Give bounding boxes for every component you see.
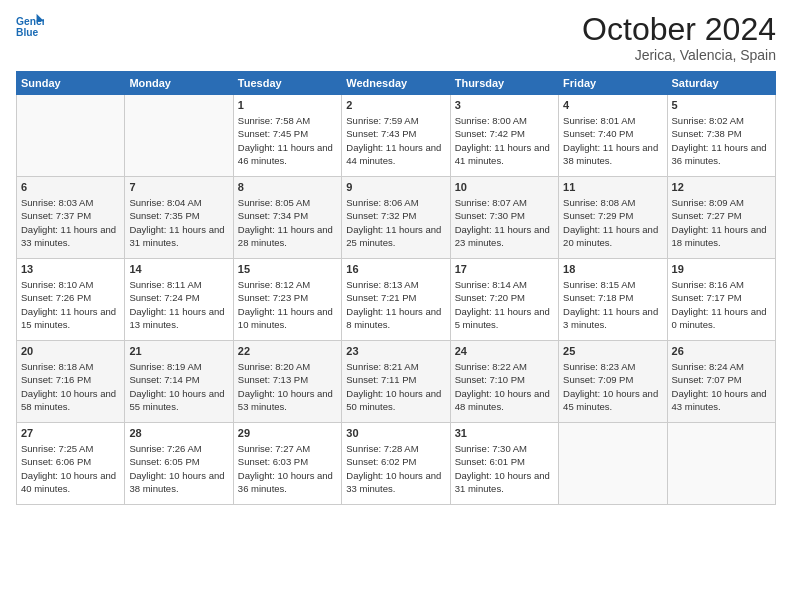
day-info: Sunrise: 8:24 AM Sunset: 7:07 PM Dayligh… [672, 360, 771, 413]
table-row: 30Sunrise: 7:28 AM Sunset: 6:02 PM Dayli… [342, 423, 450, 505]
table-row: 9Sunrise: 8:06 AM Sunset: 7:32 PM Daylig… [342, 177, 450, 259]
table-row: 17Sunrise: 8:14 AM Sunset: 7:20 PM Dayli… [450, 259, 558, 341]
col-sunday: Sunday [17, 72, 125, 95]
day-info: Sunrise: 8:11 AM Sunset: 7:24 PM Dayligh… [129, 278, 228, 331]
day-number: 4 [563, 98, 662, 113]
page: General Blue General Blue October 2024 J… [0, 0, 792, 612]
day-number: 21 [129, 344, 228, 359]
table-row: 23Sunrise: 8:21 AM Sunset: 7:11 PM Dayli… [342, 341, 450, 423]
day-number: 15 [238, 262, 337, 277]
day-info: Sunrise: 7:26 AM Sunset: 6:05 PM Dayligh… [129, 442, 228, 495]
day-info: Sunrise: 8:03 AM Sunset: 7:37 PM Dayligh… [21, 196, 120, 249]
calendar-week-row: 27Sunrise: 7:25 AM Sunset: 6:06 PM Dayli… [17, 423, 776, 505]
day-info: Sunrise: 8:05 AM Sunset: 7:34 PM Dayligh… [238, 196, 337, 249]
day-number: 28 [129, 426, 228, 441]
table-row: 18Sunrise: 8:15 AM Sunset: 7:18 PM Dayli… [559, 259, 667, 341]
day-info: Sunrise: 8:02 AM Sunset: 7:38 PM Dayligh… [672, 114, 771, 167]
day-info: Sunrise: 8:10 AM Sunset: 7:26 PM Dayligh… [21, 278, 120, 331]
day-info: Sunrise: 8:13 AM Sunset: 7:21 PM Dayligh… [346, 278, 445, 331]
col-saturday: Saturday [667, 72, 775, 95]
day-number: 23 [346, 344, 445, 359]
col-monday: Monday [125, 72, 233, 95]
day-number: 2 [346, 98, 445, 113]
day-number: 29 [238, 426, 337, 441]
table-row: 19Sunrise: 8:16 AM Sunset: 7:17 PM Dayli… [667, 259, 775, 341]
table-row: 22Sunrise: 8:20 AM Sunset: 7:13 PM Dayli… [233, 341, 341, 423]
table-row: 3Sunrise: 8:00 AM Sunset: 7:42 PM Daylig… [450, 95, 558, 177]
day-number: 5 [672, 98, 771, 113]
table-row [667, 423, 775, 505]
day-number: 17 [455, 262, 554, 277]
table-row: 31Sunrise: 7:30 AM Sunset: 6:01 PM Dayli… [450, 423, 558, 505]
day-info: Sunrise: 8:19 AM Sunset: 7:14 PM Dayligh… [129, 360, 228, 413]
day-info: Sunrise: 8:18 AM Sunset: 7:16 PM Dayligh… [21, 360, 120, 413]
day-number: 25 [563, 344, 662, 359]
table-row: 24Sunrise: 8:22 AM Sunset: 7:10 PM Dayli… [450, 341, 558, 423]
day-info: Sunrise: 7:30 AM Sunset: 6:01 PM Dayligh… [455, 442, 554, 495]
day-number: 12 [672, 180, 771, 195]
table-row: 25Sunrise: 8:23 AM Sunset: 7:09 PM Dayli… [559, 341, 667, 423]
logo: General Blue General Blue [16, 12, 44, 40]
table-row: 12Sunrise: 8:09 AM Sunset: 7:27 PM Dayli… [667, 177, 775, 259]
month-title: October 2024 [582, 12, 776, 47]
day-info: Sunrise: 7:59 AM Sunset: 7:43 PM Dayligh… [346, 114, 445, 167]
table-row: 7Sunrise: 8:04 AM Sunset: 7:35 PM Daylig… [125, 177, 233, 259]
logo-icon: General Blue [16, 12, 44, 40]
col-tuesday: Tuesday [233, 72, 341, 95]
day-info: Sunrise: 7:27 AM Sunset: 6:03 PM Dayligh… [238, 442, 337, 495]
location: Jerica, Valencia, Spain [582, 47, 776, 63]
table-row [125, 95, 233, 177]
day-info: Sunrise: 8:08 AM Sunset: 7:29 PM Dayligh… [563, 196, 662, 249]
day-number: 26 [672, 344, 771, 359]
day-info: Sunrise: 8:14 AM Sunset: 7:20 PM Dayligh… [455, 278, 554, 331]
table-row: 14Sunrise: 8:11 AM Sunset: 7:24 PM Dayli… [125, 259, 233, 341]
table-row [559, 423, 667, 505]
table-row: 16Sunrise: 8:13 AM Sunset: 7:21 PM Dayli… [342, 259, 450, 341]
col-friday: Friday [559, 72, 667, 95]
table-row: 5Sunrise: 8:02 AM Sunset: 7:38 PM Daylig… [667, 95, 775, 177]
table-row: 28Sunrise: 7:26 AM Sunset: 6:05 PM Dayli… [125, 423, 233, 505]
table-row: 29Sunrise: 7:27 AM Sunset: 6:03 PM Dayli… [233, 423, 341, 505]
day-info: Sunrise: 8:06 AM Sunset: 7:32 PM Dayligh… [346, 196, 445, 249]
table-row: 20Sunrise: 8:18 AM Sunset: 7:16 PM Dayli… [17, 341, 125, 423]
calendar-header-row: Sunday Monday Tuesday Wednesday Thursday… [17, 72, 776, 95]
day-info: Sunrise: 8:07 AM Sunset: 7:30 PM Dayligh… [455, 196, 554, 249]
day-number: 10 [455, 180, 554, 195]
day-number: 16 [346, 262, 445, 277]
table-row: 11Sunrise: 8:08 AM Sunset: 7:29 PM Dayli… [559, 177, 667, 259]
calendar-week-row: 20Sunrise: 8:18 AM Sunset: 7:16 PM Dayli… [17, 341, 776, 423]
title-block: October 2024 Jerica, Valencia, Spain [582, 12, 776, 63]
table-row: 10Sunrise: 8:07 AM Sunset: 7:30 PM Dayli… [450, 177, 558, 259]
table-row: 21Sunrise: 8:19 AM Sunset: 7:14 PM Dayli… [125, 341, 233, 423]
calendar-week-row: 6Sunrise: 8:03 AM Sunset: 7:37 PM Daylig… [17, 177, 776, 259]
day-number: 6 [21, 180, 120, 195]
day-number: 11 [563, 180, 662, 195]
day-info: Sunrise: 8:23 AM Sunset: 7:09 PM Dayligh… [563, 360, 662, 413]
calendar-week-row: 13Sunrise: 8:10 AM Sunset: 7:26 PM Dayli… [17, 259, 776, 341]
day-info: Sunrise: 8:20 AM Sunset: 7:13 PM Dayligh… [238, 360, 337, 413]
day-info: Sunrise: 8:16 AM Sunset: 7:17 PM Dayligh… [672, 278, 771, 331]
day-number: 31 [455, 426, 554, 441]
table-row: 1Sunrise: 7:58 AM Sunset: 7:45 PM Daylig… [233, 95, 341, 177]
table-row [17, 95, 125, 177]
day-info: Sunrise: 7:28 AM Sunset: 6:02 PM Dayligh… [346, 442, 445, 495]
day-number: 1 [238, 98, 337, 113]
calendar-week-row: 1Sunrise: 7:58 AM Sunset: 7:45 PM Daylig… [17, 95, 776, 177]
calendar-table: Sunday Monday Tuesday Wednesday Thursday… [16, 71, 776, 505]
col-wednesday: Wednesday [342, 72, 450, 95]
svg-text:Blue: Blue [16, 27, 39, 38]
day-info: Sunrise: 8:04 AM Sunset: 7:35 PM Dayligh… [129, 196, 228, 249]
day-number: 13 [21, 262, 120, 277]
day-number: 20 [21, 344, 120, 359]
day-number: 7 [129, 180, 228, 195]
table-row: 13Sunrise: 8:10 AM Sunset: 7:26 PM Dayli… [17, 259, 125, 341]
table-row: 27Sunrise: 7:25 AM Sunset: 6:06 PM Dayli… [17, 423, 125, 505]
table-row: 26Sunrise: 8:24 AM Sunset: 7:07 PM Dayli… [667, 341, 775, 423]
day-info: Sunrise: 8:09 AM Sunset: 7:27 PM Dayligh… [672, 196, 771, 249]
table-row: 6Sunrise: 8:03 AM Sunset: 7:37 PM Daylig… [17, 177, 125, 259]
day-info: Sunrise: 8:15 AM Sunset: 7:18 PM Dayligh… [563, 278, 662, 331]
day-number: 18 [563, 262, 662, 277]
day-info: Sunrise: 8:00 AM Sunset: 7:42 PM Dayligh… [455, 114, 554, 167]
day-info: Sunrise: 8:22 AM Sunset: 7:10 PM Dayligh… [455, 360, 554, 413]
day-number: 30 [346, 426, 445, 441]
